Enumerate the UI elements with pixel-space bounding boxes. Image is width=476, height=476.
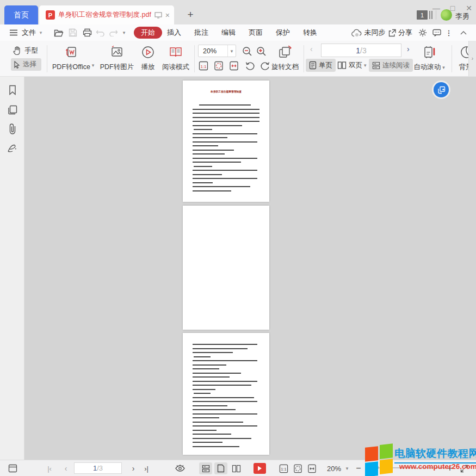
home-tab[interactable]: 首页 [4, 5, 38, 24]
menu-tab-page[interactable]: 页面 [243, 24, 269, 41]
zoom-caret-status[interactable]: ▾ [344, 462, 350, 474]
sync-status-label[interactable]: 未同步 [363, 24, 386, 41]
save-icon[interactable] [66, 24, 79, 41]
play-slideshow-button[interactable] [254, 463, 266, 474]
collapse-ribbon-icon[interactable] [457, 24, 470, 41]
prev-page-button-status[interactable]: ‹ [60, 462, 72, 474]
first-page-button[interactable]: |‹ [44, 462, 55, 474]
notification-badge[interactable]: 1 [417, 10, 428, 20]
print-icon[interactable] [81, 24, 94, 41]
user-avatar[interactable] [441, 9, 452, 21]
pdf-text-line [193, 117, 259, 118]
pdf-page-3[interactable] [183, 333, 269, 455]
pdf-text-line [193, 405, 227, 406]
zoom-in-slider-button[interactable]: + [445, 462, 455, 474]
single-page-view-button[interactable] [214, 462, 227, 474]
auto-scroll-button[interactable]: 自动滚动▾ [411, 44, 447, 73]
fit-page-button-status[interactable] [292, 462, 304, 474]
menu-tab-start[interactable]: 开始 [134, 27, 162, 39]
image-icon [110, 45, 124, 59]
zoom-slider-track[interactable] [368, 467, 446, 468]
menu-tab-convert[interactable]: 转换 [297, 24, 323, 41]
open-file-icon[interactable] [52, 24, 65, 41]
share-label[interactable]: 分享 [397, 24, 413, 41]
settings-gear-icon[interactable] [417, 24, 429, 41]
rotate-document-button[interactable]: 旋转文档 [270, 44, 300, 73]
feedback-icon[interactable] [431, 24, 443, 41]
continuous-read-toggle[interactable]: 连续阅读 [369, 59, 413, 72]
play-button[interactable]: 播放 [137, 44, 159, 73]
screen-share-icon[interactable] [154, 12, 162, 18]
pdf-to-image-button[interactable]: PDF转图片 [97, 44, 137, 73]
actual-size-button-status[interactable]: 1:1 [277, 462, 289, 474]
thumbnails-panel-icon[interactable] [7, 104, 18, 115]
pdf-text-line [193, 381, 257, 382]
divider [436, 10, 436, 20]
pdf-to-office-caret[interactable]: ▾ [90, 63, 96, 68]
hamburger-menu-icon[interactable] [8, 24, 20, 41]
redo-icon[interactable] [107, 24, 120, 41]
pdf-page-1[interactable]: 单身职工宿舍规章管理制度 [183, 81, 269, 202]
fit-width-button-status[interactable] [306, 462, 318, 474]
next-page-button-status[interactable]: › [127, 462, 139, 474]
toolbar-more-caret[interactable]: ▾ [120, 24, 128, 41]
zoom-out-button[interactable] [241, 46, 253, 57]
double-page-view-button[interactable] [230, 462, 243, 474]
signature-panel-icon[interactable] [7, 143, 18, 154]
double-page-caret[interactable]: ▾ [364, 63, 367, 68]
zoom-slider-handle[interactable] [372, 464, 379, 471]
menu-tab-protect[interactable]: 保护 [270, 24, 296, 41]
rotate-left-button[interactable] [244, 60, 256, 71]
divider [452, 45, 452, 72]
undo-icon[interactable] [94, 24, 107, 41]
cloud-sync-icon[interactable] [350, 24, 363, 41]
floating-pdf-convert-button[interactable] [434, 82, 449, 97]
prev-page-button[interactable]: ‹ [310, 45, 313, 53]
ribbon-overflow-expand[interactable]: › [468, 41, 476, 76]
fullscreen-icon[interactable] [458, 462, 470, 474]
pdf-text-line [193, 413, 257, 415]
file-menu[interactable]: 文件 [21, 24, 37, 41]
fit-page-button[interactable] [213, 60, 224, 71]
page-number-input-status[interactable]: 1/3 [74, 462, 122, 474]
attachments-panel-icon[interactable] [7, 123, 18, 134]
continuous-view-button[interactable] [199, 462, 212, 474]
hand-tool[interactable]: 手型 [13, 46, 39, 55]
menu-tab-comment[interactable]: 批注 [188, 24, 214, 41]
toggle-panel-icon[interactable] [7, 462, 18, 474]
new-tab-button[interactable]: + [183, 8, 197, 22]
zoom-dropdown-caret[interactable]: ▾ [227, 45, 236, 57]
fit-width-button[interactable] [228, 60, 239, 71]
zoom-in-button[interactable] [255, 46, 267, 57]
bookmarks-panel-icon[interactable] [7, 84, 18, 96]
last-page-button[interactable]: ›| [140, 462, 152, 474]
menu-tab-edit[interactable]: 编辑 [215, 24, 242, 41]
play-icon [141, 45, 155, 59]
zoom-out-icon [242, 46, 252, 57]
double-page-toggle[interactable]: 双页 ▾ [334, 59, 370, 72]
pdf-text-line [193, 409, 236, 410]
pdf-text-line [193, 133, 257, 134]
pdf-text-line [193, 178, 257, 179]
file-menu-caret[interactable]: ▾ [37, 24, 45, 41]
document-viewport[interactable]: 单身职工宿舍规章管理制度 [0, 77, 476, 460]
select-tool[interactable]: 选择 [11, 58, 41, 71]
actual-size-button[interactable]: 1:1 [198, 60, 209, 71]
close-tab-icon[interactable]: × [165, 11, 170, 20]
pdf-to-office-button[interactable]: PDF转Office [49, 44, 94, 73]
read-mode-button[interactable]: 阅读模式 [160, 44, 191, 73]
pdf-page-2[interactable] [183, 206, 269, 330]
zoom-level-select[interactable]: 20% ▾ [198, 45, 236, 57]
task-list-icon[interactable] [429, 11, 432, 19]
zoom-out-slider-button[interactable]: − [354, 462, 363, 474]
zoom-level-status[interactable]: 20% [324, 462, 344, 474]
document-tab[interactable]: P 单身职工宿舍规章管理制度.pdf × [39, 5, 174, 24]
rotate-right-button[interactable] [259, 60, 271, 71]
single-page-toggle[interactable]: 单页 [306, 59, 336, 72]
page-number-input[interactable]: 1/3 [321, 44, 401, 57]
share-icon[interactable] [387, 24, 397, 41]
next-page-button[interactable]: › [407, 45, 410, 53]
eye-protect-icon[interactable] [174, 462, 186, 474]
menu-tab-insert[interactable]: 插入 [161, 24, 187, 41]
more-options-icon[interactable]: ⋮ [444, 24, 454, 41]
